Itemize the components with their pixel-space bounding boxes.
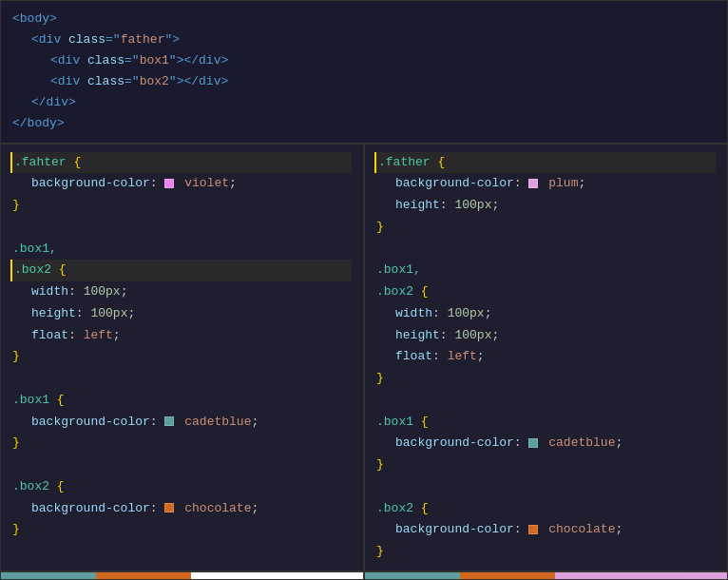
right-box2-selector: .box2 { [376, 281, 716, 303]
box2-solo-selector: .box2 { [12, 476, 352, 498]
right-box1-solo-selector: .box1 { [376, 412, 716, 434]
chocolate-swatch-right [528, 525, 538, 534]
right-box2-solo-close: } [376, 541, 716, 563]
father-selector-line: .father { [374, 152, 716, 174]
right-box1-solo-close: } [376, 454, 716, 476]
right-box1-bg-line: background-color: cadetblue; [395, 433, 716, 454]
bottom-row: https://blog.csdn.net/tianfen_caotao [0, 571, 728, 580]
box1-solo-close: } [12, 433, 352, 454]
right-box2-bg-line: background-color: chocolate; [395, 519, 716, 541]
html-line-2: <div class="father"> [31, 29, 716, 50]
father-close: } [376, 217, 716, 239]
html-line-3: <div class="box1"></div> [50, 50, 716, 71]
right-box2-solo-selector: .box2 { [376, 498, 716, 520]
father-height-line: height: 100px; [395, 195, 716, 217]
box-close: } [12, 346, 352, 368]
violet-swatch [164, 179, 174, 188]
right-box-height-line: height: 100px; [395, 325, 716, 347]
box1-bg-line: background-color: cadetblue; [31, 412, 352, 434]
left-preview [0, 571, 364, 580]
right-preview: https://blog.csdn.net/tianfen_caotao [364, 571, 728, 580]
cadetblue-swatch-left [164, 416, 174, 426]
body-open-tag: <body> [12, 11, 57, 26]
box1-solo-selector: .box1 { [12, 390, 352, 412]
watermark: https://blog.csdn.net/tianfen_caotao [573, 571, 723, 575]
right-box-float-line: float: left; [395, 346, 716, 368]
right-box-close: } [376, 368, 716, 390]
box2-solo-close: } [12, 519, 352, 541]
fahter-selector-line: .fahter { [10, 152, 352, 174]
right-box1-selector: .box1, [376, 260, 716, 281]
html-panel: <body> <div class="father"> <div class="… [0, 0, 728, 144]
cadetblue-swatch-right [528, 438, 538, 448]
fahter-bg-line: background-color: violet; [31, 173, 352, 195]
box-height-line: height: 100px; [31, 303, 352, 325]
chocolate-swatch-left [164, 503, 174, 512]
html-line-6: </body> [12, 113, 716, 134]
box-width-line: width: 100px; [31, 281, 352, 303]
middle-row: .fahter { background-color: violet; } .b… [0, 144, 728, 571]
box2-selector-line: .box2 { [10, 260, 352, 281]
preview-box2-left [96, 572, 191, 579]
box1-selector-line: .box1, [12, 239, 352, 261]
box2-bg-line: background-color: chocolate; [31, 498, 352, 520]
left-css-panel: .fahter { background-color: violet; } .b… [0, 144, 364, 571]
html-line-1: <body> [12, 9, 716, 29]
html-line-4: <div class="box2"></div> [50, 71, 716, 92]
right-preview-container [365, 572, 555, 580]
html-line-5: </div> [31, 92, 716, 113]
right-css-panel: .father { background-color: plum; height… [364, 144, 728, 571]
div-father-open: <div [31, 32, 68, 47]
preview-box2-right [460, 572, 555, 580]
preview-box1-left [1, 572, 96, 579]
plum-swatch [528, 179, 538, 188]
box-float-line: float: left; [31, 325, 352, 347]
right-box-width-line: width: 100px; [395, 303, 716, 325]
preview-box1-right [365, 572, 460, 580]
fahter-close: } [12, 195, 352, 217]
father-bg-line: background-color: plum; [395, 173, 716, 195]
